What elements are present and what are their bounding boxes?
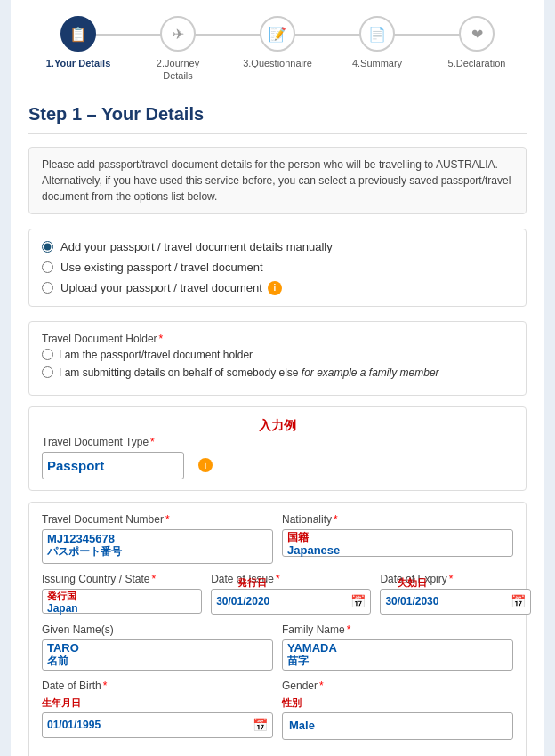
radio-manual[interactable]: Add your passport / travel document deta… <box>42 240 513 253</box>
radio-manual-input[interactable] <box>42 241 53 253</box>
step-circle-1: 📋 <box>60 16 96 52</box>
progress-step-2: ✈ 2.JourneyDetails <box>128 16 228 83</box>
step-label-1: 1.Your Details <box>46 57 111 69</box>
date-of-expiry-col: Date of Expiry* 📅 30/01/2030 失効日 <box>380 573 531 615</box>
issuing-country-col: Issuing Country / State* 発行国 Japan <box>42 573 202 615</box>
family-name-label: Family Name* <box>282 623 513 636</box>
step-circle-2: ✈ <box>160 16 196 52</box>
nationality-select[interactable] <box>282 529 513 557</box>
step-circle-3: 📝 <box>260 16 295 52</box>
radio-upload[interactable]: Upload your passport / travel document i <box>42 281 513 295</box>
step-label-4: 4.Summary <box>352 57 402 69</box>
progress-bar: 📋 1.Your Details ✈ 2.JourneyDetails 📝 3.… <box>11 0 544 92</box>
holder-other-example: for example a family member <box>302 366 439 379</box>
holder-other-label: I am submitting details on behalf of som… <box>59 366 439 379</box>
doc-type-section: 入力例 Travel Document Type* Passport i <box>28 406 527 491</box>
step-label-2: 2.JourneyDetails <box>157 57 199 83</box>
radio-manual-label: Add your passport / travel document deta… <box>60 240 333 253</box>
progress-step-5: ❤ 5.Declaration <box>427 16 527 69</box>
gender-col: Gender* 性別 Male <box>282 680 513 740</box>
holder-other-radio[interactable] <box>42 366 53 378</box>
doc-type-info-icon[interactable]: i <box>198 458 213 472</box>
family-name-wrapper: YAMADA 苗字 <box>282 639 513 671</box>
radio-upload-label: Upload your passport / travel document <box>60 281 262 294</box>
dob-gender-row: Date of Birth* 生年月日 📅 01/01/1995 <box>42 680 513 740</box>
step-circle-5: ❤ <box>459 16 495 52</box>
doc-type-label: Travel Document Type* <box>42 436 513 448</box>
doc-type-select[interactable] <box>42 452 184 479</box>
holder-self[interactable]: I am the passport/travel document holder <box>42 349 513 361</box>
gender-select[interactable] <box>282 712 513 740</box>
step-circle-4: 📄 <box>359 16 395 52</box>
nationality-label: Nationality* <box>282 513 513 526</box>
dob-red-label-row: 生年月日 <box>42 696 273 709</box>
holder-self-radio[interactable] <box>42 349 53 360</box>
given-name-wrapper: TARO 名前 <box>42 639 273 671</box>
step-label-5: 5.Declaration <box>448 57 506 69</box>
doc-holder-label: Travel Document Holder* <box>42 333 513 345</box>
date-of-issue-wrapper: 📅 30/01/2020 発行日 <box>211 589 371 615</box>
info-box: Please add passport/travel document deta… <box>28 147 527 214</box>
doc-number-wrapper: MJ12345678 パスポート番号 <box>42 529 273 564</box>
given-name-label: Given Name(s) <box>42 623 273 636</box>
date-of-issue-input[interactable] <box>211 589 371 615</box>
issuing-dates-row: Issuing Country / State* 発行国 Japan <box>42 573 513 615</box>
holder-other[interactable]: I am submitting details on behalf of som… <box>42 366 513 379</box>
date-of-expiry-input[interactable] <box>380 589 531 615</box>
dob-col: Date of Birth* 生年月日 📅 01/01/1995 <box>42 680 273 740</box>
progress-step-4: 📄 4.Summary <box>327 16 427 69</box>
radio-existing-label: Use existing passport / travel document <box>60 261 263 274</box>
page-title: Step 1 – Your Details <box>28 104 527 134</box>
doc-number-input[interactable] <box>42 529 273 564</box>
gender-red-label-row: 性別 <box>282 696 513 709</box>
date-of-expiry-label: Date of Expiry* <box>380 573 531 585</box>
dob-label: Date of Birth* <box>42 680 273 692</box>
issuing-country-label: Issuing Country / State* <box>42 573 202 585</box>
holder-self-label: I am the passport/travel document holder <box>59 349 253 361</box>
doc-number-col: Travel Document Number* MJ12345678 パスポート… <box>42 513 273 564</box>
doc-number-label: Travel Document Number* <box>42 513 273 526</box>
date-of-issue-col: Date of Issue* 📅 30/01/2020 発行日 <box>211 573 371 615</box>
family-name-col: Family Name* YAMADA 苗字 <box>282 623 513 671</box>
radio-existing[interactable]: Use existing passport / travel document <box>42 261 513 274</box>
progress-step-1: 📋 1.Your Details <box>28 16 128 69</box>
dob-wrapper: 📅 01/01/1995 <box>42 712 273 738</box>
nationality-col: Nationality* 国籍 Japanese <box>282 513 513 564</box>
document-entry-options: Add your passport / travel document deta… <box>28 229 527 307</box>
step-label-3: 3.Questionnaire <box>243 57 312 69</box>
doc-number-nationality-section: Travel Document Number* MJ12345678 パスポート… <box>28 502 527 756</box>
upload-info-icon[interactable]: i <box>268 281 282 295</box>
input-example-annotation: 入力例 <box>42 418 513 434</box>
family-name-input[interactable] <box>282 639 513 671</box>
names-row: Given Name(s) TARO 名前 Family Name* <box>42 623 513 671</box>
dob-input[interactable] <box>42 712 273 738</box>
given-name-col: Given Name(s) TARO 名前 <box>42 623 273 671</box>
gender-label: Gender* <box>282 680 513 692</box>
document-holder-section: Travel Document Holder* I am the passpor… <box>28 321 527 396</box>
date-of-expiry-wrapper: 📅 30/01/2030 失効日 <box>380 589 531 615</box>
progress-step-3: 📝 3.Questionnaire <box>228 16 327 69</box>
date-of-issue-label: Date of Issue* <box>211 573 371 585</box>
issuing-country-select[interactable] <box>42 589 202 614</box>
given-name-input[interactable] <box>42 639 273 671</box>
gender-select-wrapper: Male <box>282 712 513 740</box>
radio-existing-input[interactable] <box>42 261 53 273</box>
radio-upload-input[interactable] <box>42 282 53 294</box>
